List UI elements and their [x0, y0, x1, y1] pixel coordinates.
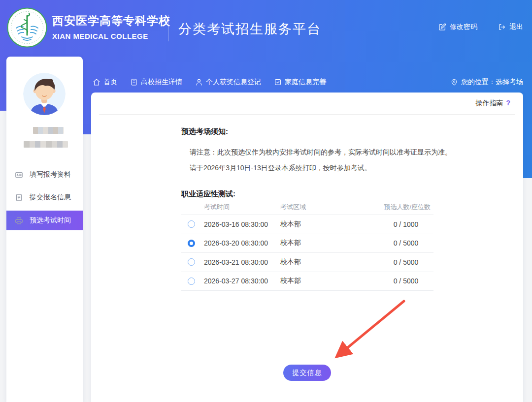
avatar	[23, 73, 66, 115]
table-row[interactable]: 2026-03-20 08:30:00 校本部 0 / 5000	[181, 234, 433, 253]
breadcrumb-location: 您的位置：选择考场	[450, 78, 523, 87]
sidebar-item-fill-application[interactable]: 填写报考资料	[6, 165, 83, 185]
sidebar-item-submit-registration[interactable]: 提交报名信息	[6, 187, 83, 207]
sidebar-item-preselect-exam-time[interactable]: 预选考试时间	[6, 211, 83, 230]
id-card-icon	[15, 171, 23, 179]
nav-item-home[interactable]: 首页	[93, 78, 117, 87]
exam-time-cell: 2026-03-16 08:30:00	[204, 220, 280, 228]
sidebar-item-label: 提交报名信息	[30, 193, 71, 202]
sidebar-item-label: 预选考试时间	[30, 216, 71, 225]
nav-item-label: 个人获奖信息登记	[206, 78, 261, 87]
operation-guide-link[interactable]: 操作指南 ?	[475, 99, 510, 108]
header-exam-time: 考试时间	[204, 203, 280, 212]
exam-time-cell: 2026-03-21 08:30:00	[204, 258, 280, 266]
person-icon	[195, 78, 203, 86]
exam-time-cell: 2026-03-20 08:30:00	[204, 239, 280, 247]
exam-area-cell: 校本部	[280, 220, 368, 229]
exam-slot-radio[interactable]	[188, 258, 195, 266]
exam-area-cell: 校本部	[280, 277, 368, 285]
test-section-title: 职业适应性测试:	[181, 189, 235, 199]
exam-area-cell: 校本部	[280, 239, 368, 247]
sidebar: 填写报考资料 提交报名信息 预选考试时间	[6, 57, 83, 402]
exam-slot-radio[interactable]	[188, 240, 195, 247]
notice-title: 预选考场须知:	[181, 127, 228, 136]
document-check-icon	[274, 78, 282, 86]
platform-title: 分类考试招生服务平台	[178, 20, 321, 38]
notice-line: 请注意：此次预选仅作为校内安排考试时间的参考，实际考试时间以准考证显示为准。	[190, 148, 452, 157]
notice-line: 请于2026年3月10日-13日登录本系统打印，按时参加考试。	[190, 164, 371, 173]
school-name: 西安医学高等专科学校 XIAN MEDICAL COLLEGE	[52, 13, 170, 40]
page-background-strip	[0, 111, 6, 178]
location-pin-icon	[450, 78, 458, 86]
quota-cell: 0 / 5000	[368, 239, 433, 247]
home-icon	[93, 78, 100, 86]
question-mark-icon: ?	[506, 99, 510, 108]
exam-slot-radio[interactable]	[188, 220, 195, 228]
printer-icon	[15, 216, 23, 225]
table-row[interactable]: 2026-03-21 08:30:00 校本部 0 / 5000	[181, 253, 433, 272]
school-logo-icon	[7, 7, 47, 48]
quota-cell: 0 / 5000	[368, 277, 433, 285]
operation-guide-label: 操作指南	[475, 99, 503, 108]
nav-item-label: 首页	[103, 78, 117, 87]
nav-item-label: 高校招生详情	[141, 78, 182, 87]
logout-label: 退出	[509, 23, 523, 31]
logout-icon	[498, 23, 506, 31]
edit-icon	[438, 23, 446, 31]
submit-info-button[interactable]: 提交信息	[283, 365, 331, 381]
quota-cell: 0 / 1000	[368, 220, 433, 228]
content-card: 操作指南 ? 预选考场须知: 请注意：此次预选仅作为校内安排考试时间的参考，实际…	[91, 93, 523, 402]
document-lines-icon	[15, 193, 23, 202]
exam-time-cell: 2026-03-27 08:30:00	[204, 277, 280, 285]
nav-item-family-info[interactable]: 家庭信息完善	[274, 78, 326, 87]
page: 西安医学高等专科学校 XIAN MEDICAL COLLEGE 分类考试招生服务…	[0, 0, 532, 402]
table-header-row: 考试时间 考试区域 预选人数/座位数	[181, 199, 433, 215]
header-exam-area: 考试区域	[280, 203, 368, 212]
header-quota: 预选人数/座位数	[368, 203, 433, 212]
nav-item-awards-registration[interactable]: 个人获奖信息登记	[195, 78, 261, 87]
redacted-user-name	[33, 127, 64, 134]
nav-item-enrollment-details[interactable]: 高校招生详情	[130, 78, 182, 87]
top-navigation: 首页 高校招生详情 个人获奖信息登记 家庭信息完善	[93, 78, 326, 87]
exam-slot-radio[interactable]	[188, 278, 195, 285]
change-password-button[interactable]: 修改密码	[438, 23, 477, 31]
location-label: 您的位置：选择考场	[461, 78, 523, 87]
exam-area-cell: 校本部	[280, 258, 368, 267]
exam-slot-table: 考试时间 考试区域 预选人数/座位数 2026-03-16 08:30:00 校…	[181, 199, 433, 291]
logout-button[interactable]: 退出	[498, 23, 523, 31]
nav-item-label: 家庭信息完善	[285, 78, 326, 87]
change-password-label: 修改密码	[450, 23, 477, 31]
header-divider	[168, 15, 168, 41]
table-row[interactable]: 2026-03-27 08:30:00 校本部 0 / 5000	[181, 272, 433, 291]
document-icon	[130, 78, 138, 86]
redacted-user-id	[24, 141, 68, 148]
quota-cell: 0 / 5000	[368, 258, 433, 266]
avatar-illustration	[23, 73, 66, 115]
school-name-cn: 西安医学高等专科学校	[52, 13, 170, 29]
card-divider	[99, 114, 515, 115]
sidebar-item-label: 填写报考资料	[30, 170, 71, 179]
school-name-en: XIAN MEDICAL COLLEGE	[52, 32, 170, 40]
table-row[interactable]: 2026-03-16 08:30:00 校本部 0 / 1000	[181, 215, 433, 234]
